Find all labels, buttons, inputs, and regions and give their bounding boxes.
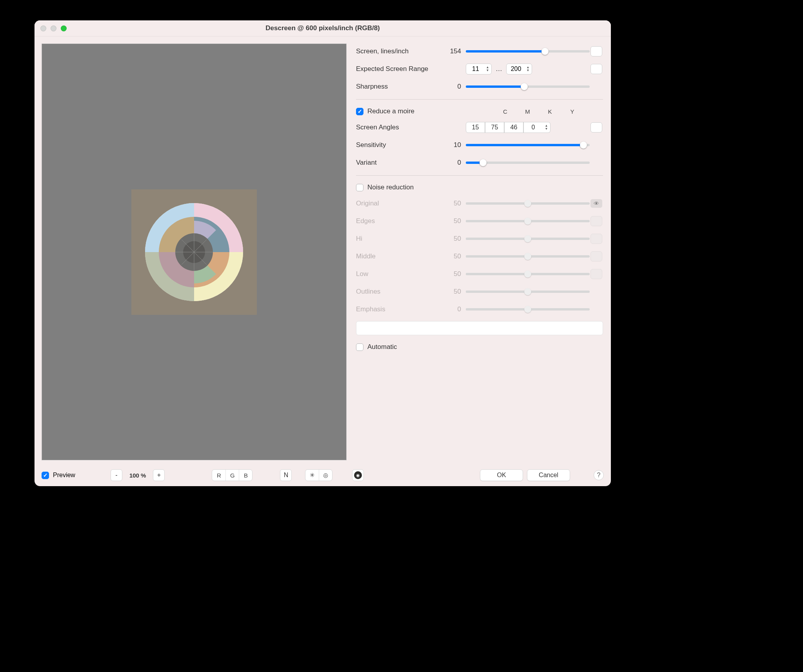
automatic-checkbox[interactable] (356, 343, 363, 351)
nr-emphasis-label: Emphasis (356, 305, 446, 313)
nr-original-value: 50 (446, 200, 466, 207)
dialog-window: Descreen @ 600 pixels/inch (RGB/8) (35, 20, 611, 486)
cancel-button[interactable]: Cancel (527, 469, 570, 481)
target-icon: ◉ (354, 471, 362, 479)
nr-outlines-value: 50 (446, 288, 466, 296)
sparkle-icon: ✳ (310, 472, 315, 479)
expected-range-label: Expected Screen Range (356, 65, 446, 73)
expected-range-min[interactable]: ▲▼ (466, 64, 492, 74)
nr-outlines-slider (466, 291, 590, 293)
sensitivity-slider[interactable] (466, 144, 590, 146)
ring-icon: ◎ (323, 472, 328, 479)
screen-lines-slider[interactable] (466, 50, 590, 53)
expected-range-max-input[interactable] (507, 65, 525, 73)
angle-header-m: M (518, 108, 537, 115)
angle-c-input[interactable]: 15 (466, 122, 485, 133)
sensitivity-label: Sensitivity (356, 141, 446, 149)
nr-edges-extra-button (590, 216, 602, 226)
automatic-label: Automatic (367, 343, 397, 351)
bottom-toolbar: Preview - 100 % + R G B N ✳ ◎ ◉ OK Cance… (35, 464, 611, 486)
seg-star-button[interactable]: ✳ (305, 470, 319, 481)
seg-ring-button[interactable]: ◎ (319, 470, 332, 481)
noise-reduction-checkbox[interactable] (356, 184, 363, 191)
angle-header-c: C (496, 108, 514, 115)
reduce-moire-checkbox[interactable] (356, 108, 363, 115)
angle-stepper-icon[interactable]: ▲▼ (543, 122, 550, 133)
nr-original-slider (466, 202, 590, 205)
reduce-moire-label: Reduce a moire (367, 107, 414, 115)
variant-label: Variant (356, 159, 446, 167)
nr-low-label: Low (356, 270, 446, 278)
target-button[interactable]: ◉ (352, 469, 364, 481)
nr-original-label: Original (356, 200, 446, 207)
status-bar (356, 321, 603, 335)
nr-hi-slider (466, 238, 590, 240)
nr-middle-slider (466, 255, 590, 258)
nr-outlines-label: Outlines (356, 288, 446, 296)
window-title: Descreen @ 600 pixels/inch (RGB/8) (35, 24, 611, 32)
angle-header-k: K (541, 108, 559, 115)
channel-segmented[interactable]: R G B (212, 469, 253, 481)
screen-angles-input-group[interactable]: 15 75 46 0 ▲▼ (466, 122, 550, 133)
screen-angles-extra-button[interactable] (590, 122, 602, 133)
ok-button[interactable]: OK (480, 469, 523, 481)
seg-g-button[interactable]: G (225, 470, 239, 481)
nr-low-value: 50 (446, 270, 466, 278)
screen-lines-value: 154 (446, 47, 466, 55)
zoom-level-label: 100 % (126, 472, 149, 479)
nr-middle-extra-button (590, 251, 602, 262)
angle-k-input[interactable]: 46 (504, 122, 523, 133)
nr-low-slider (466, 273, 590, 275)
titlebar: Descreen @ 600 pixels/inch (RGB/8) (35, 20, 611, 36)
stepper-arrows-icon[interactable]: ▲▼ (525, 66, 532, 72)
expected-range-min-input[interactable] (466, 65, 485, 73)
zoom-out-button[interactable]: - (111, 469, 122, 481)
screen-lines-extra-button[interactable] (590, 46, 602, 56)
preview-viewport[interactable] (42, 44, 347, 460)
preview-sample-image (131, 189, 257, 315)
preview-label: Preview (53, 472, 75, 479)
zoom-in-button[interactable]: + (153, 469, 165, 481)
nr-hi-value: 50 (446, 235, 466, 243)
highlight-segmented[interactable]: ✳ ◎ (305, 469, 332, 481)
nr-middle-label: Middle (356, 252, 446, 260)
noise-reduction-label: Noise reduction (367, 183, 414, 191)
preview-checkbox[interactable] (42, 472, 49, 479)
nr-hi-extra-button (590, 234, 602, 244)
range-separator: … (496, 65, 502, 73)
help-button[interactable]: ? (594, 470, 604, 480)
variant-slider[interactable] (466, 162, 590, 164)
expected-range-max[interactable]: ▲▼ (506, 64, 532, 74)
seg-n-button[interactable]: N (280, 469, 292, 481)
nr-emphasis-slider (466, 308, 590, 311)
sharpness-value: 0 (446, 83, 466, 91)
screen-angles-label: Screen Angles (356, 124, 446, 131)
seg-b-button[interactable]: B (239, 470, 252, 481)
sensitivity-value: 10 (446, 141, 466, 149)
angle-y-input[interactable]: 0 (523, 122, 543, 133)
nr-edges-value: 50 (446, 217, 466, 225)
nr-edges-slider (466, 220, 590, 222)
nr-hi-label: Hi (356, 235, 446, 243)
sharpness-slider[interactable] (466, 85, 590, 88)
variant-value: 0 (446, 159, 466, 167)
nr-edges-label: Edges (356, 217, 446, 225)
sharpness-label: Sharpness (356, 83, 446, 91)
stepper-arrows-icon[interactable]: ▲▼ (485, 66, 491, 72)
angle-m-input[interactable]: 75 (485, 122, 504, 133)
screen-lines-label: Screen, lines/inch (356, 47, 446, 55)
seg-r-button[interactable]: R (212, 470, 225, 481)
angle-header-y: Y (563, 108, 581, 115)
nr-middle-value: 50 (446, 252, 466, 260)
eye-icon[interactable]: 👁 (590, 199, 602, 208)
expected-range-extra-button[interactable] (590, 64, 602, 74)
nr-emphasis-value: 0 (446, 305, 466, 313)
nr-low-extra-button (590, 269, 602, 279)
